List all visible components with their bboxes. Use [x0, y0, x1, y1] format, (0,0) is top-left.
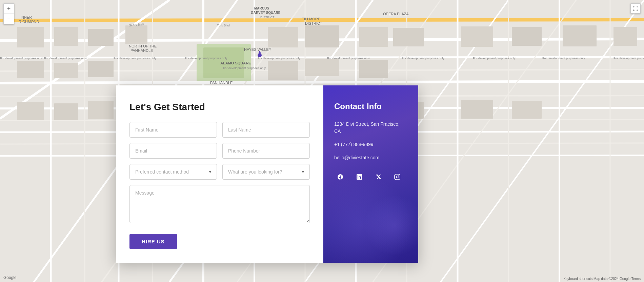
svg-text:For development purposes only: For development purposes only [473, 57, 516, 60]
svg-rect-35 [88, 29, 114, 46]
instagram-icon[interactable] [391, 171, 403, 183]
svg-rect-53 [17, 102, 44, 120]
map-attribution: Keyboard shortcuts Map data ©2024 Google… [563, 277, 641, 281]
phone-input[interactable] [222, 143, 310, 159]
svg-rect-62 [512, 101, 542, 119]
contact-method-select[interactable]: Preferred contact method Email Phone Tex… [129, 164, 217, 180]
message-textarea[interactable] [129, 185, 310, 223]
last-name-field [222, 122, 310, 138]
svg-text:For development purposes only: For development purposes only [327, 57, 370, 60]
svg-rect-45 [393, 28, 424, 46]
svg-rect-49 [613, 27, 637, 46]
phone-field [222, 143, 310, 159]
fullscreen-button[interactable] [630, 3, 641, 14]
svg-rect-47 [512, 27, 542, 46]
svg-text:Turk Blvd: Turk Blvd [217, 24, 230, 27]
facebook-icon[interactable] [334, 171, 346, 183]
svg-rect-93 [395, 174, 400, 180]
svg-text:ALAMO SQUARE: ALAMO SQUARE [220, 61, 251, 65]
svg-rect-43 [305, 25, 339, 47]
first-name-input[interactable] [129, 122, 217, 138]
contact-method-wrapper: Preferred contact method Email Phone Tex… [129, 164, 217, 180]
svg-rect-50 [268, 61, 298, 80]
last-name-input[interactable] [222, 122, 310, 138]
email-input[interactable] [129, 143, 217, 159]
svg-rect-61 [461, 100, 493, 119]
contact-phone: +1 (777) 888-9899 [334, 141, 407, 148]
svg-text:For development purposes only: For development purposes only [402, 57, 445, 60]
svg-line-4 [0, 81, 644, 83]
svg-rect-44 [359, 27, 388, 47]
svg-text:PANHANDLE: PANHANDLE [210, 81, 233, 85]
svg-rect-48 [563, 25, 597, 46]
svg-text:MARCUS: MARCUS [254, 6, 269, 10]
svg-text:For development purposes only: For development purposes only [223, 66, 266, 70]
svg-text:RICHMOND: RICHMOND [19, 20, 39, 24]
svg-rect-51 [305, 59, 339, 76]
svg-text:PANHANDLE: PANHANDLE [130, 48, 153, 53]
svg-text:GARVEY SQUARE: GARVEY SQUARE [251, 11, 281, 15]
svg-text:For development purposes only: For development purposes only [613, 57, 644, 60]
zoom-in-button[interactable]: + [4, 4, 14, 14]
svg-point-94 [396, 176, 398, 178]
svg-text:For development purposes only: For development purposes only [258, 57, 301, 60]
svg-text:For development purposes only: For development purposes only [0, 57, 43, 60]
name-row [129, 122, 310, 138]
form-title: Let's Get Started [129, 102, 310, 113]
social-icons-container [334, 171, 407, 183]
svg-text:For development purposes only: For development purposes only [542, 57, 585, 60]
contact-row [129, 143, 310, 159]
svg-text:OPERA PLAZA: OPERA PLAZA [383, 12, 409, 16]
svg-text:DISTRICT: DISTRICT [305, 21, 322, 25]
contact-title: Contact Info [334, 102, 407, 111]
svg-rect-55 [88, 101, 114, 119]
svg-rect-54 [54, 103, 78, 120]
twitter-x-icon[interactable] [372, 171, 384, 183]
svg-rect-40 [54, 63, 78, 78]
svg-rect-52 [359, 60, 388, 78]
contact-modal: Let's Get Started Preferred contact meth… [116, 85, 418, 263]
svg-text:For development purposes only: For development purposes only [114, 57, 157, 60]
svg-rect-46 [461, 26, 493, 47]
svg-text:HAYES VALLEY: HAYES VALLEY [244, 47, 271, 52]
form-panel: Let's Get Started Preferred contact meth… [116, 85, 323, 263]
svg-point-95 [399, 175, 399, 176]
map-zoom-controls: + − [3, 3, 14, 24]
svg-text:DISTRICT: DISTRICT [260, 16, 275, 19]
svg-text:INNER: INNER [20, 15, 32, 19]
linkedin-icon[interactable] [353, 171, 365, 183]
looking-for-select[interactable]: What are you looking for? Buy Sell Rent … [222, 164, 310, 180]
submit-button[interactable]: HIRE US [129, 234, 177, 249]
svg-text:FILLMORE: FILLMORE [302, 17, 320, 21]
selects-row: Preferred contact method Email Phone Tex… [129, 164, 310, 180]
zoom-out-button[interactable]: − [4, 14, 14, 24]
first-name-field [129, 122, 217, 138]
svg-text:For development purposes only: For development purposes only [185, 57, 228, 60]
contact-email: hello@diviestate.com [334, 154, 407, 161]
svg-rect-39 [17, 61, 44, 78]
svg-line-11 [0, 20, 644, 20]
svg-rect-33 [17, 27, 44, 47]
svg-text:NORTH OF THE: NORTH OF THE [129, 44, 157, 48]
svg-text:For development purposes only: For development purposes only [44, 57, 87, 60]
email-field [129, 143, 217, 159]
svg-rect-34 [54, 27, 78, 46]
looking-for-wrapper: What are you looking for? Buy Sell Rent … [222, 164, 310, 180]
google-logo: Google [3, 275, 17, 280]
svg-rect-36 [125, 25, 147, 44]
message-row [129, 185, 310, 223]
svg-rect-41 [88, 61, 114, 77]
contact-address: 1234 Divi Street, San Fracisco, CA [334, 121, 407, 135]
contact-panel: Contact Info 1234 Divi Street, San Fraci… [323, 85, 418, 263]
svg-rect-42 [268, 27, 298, 47]
